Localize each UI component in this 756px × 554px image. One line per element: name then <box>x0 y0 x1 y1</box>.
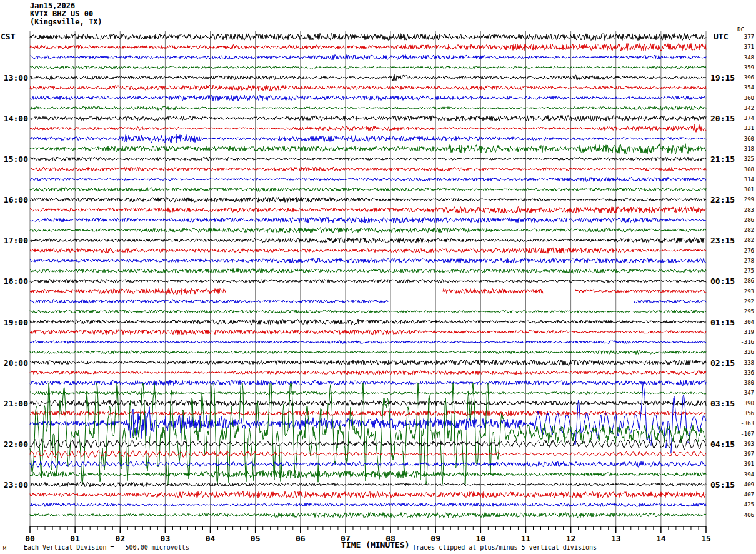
dc-value: 276 <box>730 248 754 254</box>
seismic-trace-row <box>30 248 706 253</box>
seismic-trace-row <box>30 66 706 69</box>
seismic-trace-row <box>30 383 706 485</box>
dc-value: 371 <box>730 44 754 50</box>
seismic-trace-row <box>30 341 706 344</box>
dc-value: 356 <box>730 410 754 416</box>
dc-value: 407 <box>730 491 754 498</box>
dc-value: 397 <box>730 451 754 457</box>
x-tick-label: 11 <box>514 534 537 543</box>
dc-value: 338 <box>730 360 754 366</box>
seismic-trace-row <box>30 482 706 487</box>
seismic-trace-row <box>30 197 706 202</box>
dc-value: 292 <box>730 298 754 305</box>
seismic-trace-row <box>30 310 706 314</box>
dc-value: -363 <box>730 420 754 426</box>
dc-value: 282 <box>730 237 754 243</box>
helicorder-page: Jan15,2026 KVTX BHZ US 00 (Kingsville, T… <box>0 0 756 554</box>
seismic-trace-row <box>30 288 706 295</box>
dc-value: 278 <box>730 258 754 264</box>
dc-value: 304 <box>730 319 754 325</box>
dc-value: 354 <box>730 84 754 91</box>
cst-hour-label: 16:00 <box>0 195 28 204</box>
trace-plot <box>0 0 756 554</box>
dc-value: 286 <box>730 217 754 223</box>
dc-value: 286 <box>730 278 754 284</box>
seismic-trace-row <box>30 228 706 233</box>
dc-value: 295 <box>730 308 754 315</box>
cst-hour-label: 20:00 <box>0 358 28 368</box>
dc-value: 406 <box>730 512 754 518</box>
dc-value: 319 <box>730 329 754 335</box>
dc-value: 325 <box>730 156 754 162</box>
dc-value: 314 <box>730 176 754 183</box>
x-tick-label: 10 <box>469 534 492 543</box>
x-tick-label: 01 <box>64 534 86 543</box>
dc-value: 425 <box>730 501 754 508</box>
dc-value: 409 <box>730 481 754 488</box>
cst-hour-label: 19:00 <box>0 318 28 327</box>
seismic-trace-row <box>30 319 706 325</box>
seismic-trace-row <box>30 157 706 161</box>
x-axis-title: TIME (MINUTES) <box>341 540 410 550</box>
x-tick-label: 15 <box>695 534 717 543</box>
seismic-trace-row <box>30 33 706 40</box>
dc-value: 377 <box>730 34 754 40</box>
dc-value: 391 <box>730 461 754 467</box>
seismic-trace-row <box>30 512 706 518</box>
cst-hour-label: 22:00 <box>0 440 28 449</box>
dc-value: 283 <box>730 207 754 213</box>
dc-value: 275 <box>730 268 754 274</box>
cst-hour-label: 13:00 <box>0 73 28 83</box>
cst-hour-label: 23:00 <box>0 480 28 490</box>
seismic-trace-row <box>30 461 706 468</box>
dc-value: 331 <box>730 125 754 131</box>
cst-hour-label: 17:00 <box>0 236 28 245</box>
dc-value: 336 <box>730 370 754 376</box>
dc-value: 359 <box>730 64 754 71</box>
dc-value: 360 <box>730 95 754 101</box>
x-tick-label: 03 <box>154 534 176 543</box>
x-tick-label: 02 <box>109 534 131 543</box>
seismic-trace-row <box>30 439 706 450</box>
seismic-trace-row <box>30 268 706 273</box>
x-tick-label: 04 <box>199 534 222 543</box>
dc-value: -107 <box>730 431 754 437</box>
seismic-trace-row <box>30 44 706 51</box>
dc-value: 318 <box>730 146 754 152</box>
dc-value: 282 <box>730 227 754 233</box>
seismic-trace-row <box>30 177 706 181</box>
seismic-trace-row <box>30 238 706 243</box>
seismic-trace-row <box>30 74 706 81</box>
dc-value: 393 <box>730 441 754 447</box>
seismic-trace-row <box>30 134 706 143</box>
dc-value: 394 <box>730 471 754 478</box>
seismic-trace-row <box>30 330 706 335</box>
dc-value: 374 <box>730 115 754 121</box>
seismic-trace-row <box>30 95 706 101</box>
dc-value: 299 <box>730 196 754 203</box>
seismic-trace-row <box>30 503 706 506</box>
dc-value: 348 <box>730 54 754 61</box>
seismic-trace-row <box>30 400 706 406</box>
seismic-trace-row <box>30 350 706 354</box>
seismic-trace-row <box>30 188 706 192</box>
cst-hour-label: 14:00 <box>0 114 28 123</box>
dc-value: 347 <box>730 390 754 396</box>
dc-value: 342 <box>730 105 754 111</box>
dc-value: 390 <box>730 400 754 406</box>
seismic-trace-row <box>30 360 706 365</box>
seismic-trace-row <box>30 450 706 458</box>
x-tick-label: 09 <box>424 534 447 543</box>
seismic-trace-row <box>30 258 706 263</box>
seismic-trace-row <box>30 491 706 498</box>
x-tick-label: 13 <box>605 534 627 543</box>
seismic-trace-row <box>30 106 706 110</box>
x-tick-label: 06 <box>289 534 312 543</box>
cst-hour-label: 21:00 <box>0 399 28 408</box>
seismic-trace-row <box>30 470 706 478</box>
seismic-trace-row <box>30 380 706 386</box>
seismic-trace-row <box>30 167 706 171</box>
dc-value: 326 <box>730 349 754 355</box>
cst-hour-label: 15:00 <box>0 154 28 164</box>
seismic-trace-row <box>30 55 706 60</box>
